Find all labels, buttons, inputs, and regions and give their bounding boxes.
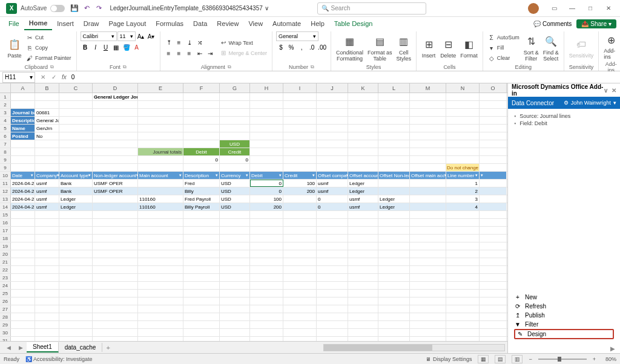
close-icon[interactable]: ✕ — [599, 0, 618, 17]
info-label[interactable]: Journal batch number — [11, 109, 35, 116]
delete-cells-button[interactable]: ⊟Delete — [439, 36, 457, 60]
increase-decimal-icon[interactable]: .0 — [307, 42, 317, 52]
add-sheet-icon[interactable]: + — [102, 343, 113, 353]
data-cell[interactable]: Ledger — [59, 195, 93, 203]
row-header-21[interactable]: 21 — [0, 258, 11, 265]
filter-drop-icon[interactable]: ▾ — [475, 173, 478, 178]
page-break-view-icon[interactable]: ▥ — [512, 355, 523, 363]
data-cell[interactable] — [480, 203, 507, 210]
align-center-icon[interactable]: ≡ — [174, 48, 184, 58]
ribbon-options-icon[interactable]: ▭ — [545, 0, 563, 17]
info-label[interactable]: Description — [11, 117, 35, 124]
tbl-header[interactable]: Credit▾ — [283, 172, 317, 179]
data-cell[interactable] — [480, 195, 507, 203]
comments-button[interactable]: 💬 Comments — [529, 21, 576, 27]
data-cell[interactable]: Bank — [59, 180, 93, 187]
data-cell[interactable] — [93, 203, 138, 210]
format-painter-button[interactable]: 🖌Format Painter — [25, 53, 73, 63]
gear-icon[interactable]: ⚙ — [564, 100, 569, 106]
tbl-header[interactable]: Offset main acc▾ — [410, 172, 446, 179]
jt-debit[interactable]: 0 — [183, 156, 220, 163]
data-cell[interactable]: usmf — [35, 203, 59, 210]
tab-data[interactable]: Data — [188, 17, 212, 30]
data-cell[interactable]: 2024-04-25 — [11, 187, 35, 195]
usd-header[interactable]: USD — [220, 140, 250, 148]
tab-insert[interactable]: Insert — [52, 17, 79, 30]
align-left-icon[interactable]: ≡ — [164, 48, 174, 58]
data-cell[interactable]: 100 — [283, 180, 317, 187]
row-header-15[interactable]: 15 — [0, 211, 11, 218]
italic-button[interactable]: I — [91, 42, 101, 52]
zoom-in-button[interactable]: + — [593, 356, 596, 362]
undo-icon[interactable]: ↶ — [81, 2, 93, 15]
data-cell[interactable]: 3 — [446, 195, 480, 203]
row-header-7[interactable]: 7 — [0, 140, 11, 148]
wrap-text-button[interactable]: ↩Wrap Text — [219, 38, 269, 48]
data-cell[interactable]: 100 — [250, 195, 283, 203]
minimize-icon[interactable]: — — [563, 0, 581, 17]
maximize-icon[interactable]: □ — [581, 0, 599, 17]
find-select-button[interactable]: 🔍Find & Select — [542, 33, 560, 63]
row-header-29[interactable]: 29 — [0, 321, 11, 328]
horizontal-scrollbar[interactable] — [323, 344, 505, 351]
row-header-19[interactable]: 19 — [0, 242, 11, 250]
data-cell[interactable]: Billy Payroll — [183, 203, 220, 210]
row-header-31[interactable]: 31 — [0, 337, 11, 341]
font-dialog-icon[interactable]: ⧉ — [123, 64, 127, 70]
chevron-down-icon[interactable]: ▾ — [613, 100, 616, 106]
col-header-D[interactable]: D — [93, 83, 138, 93]
orientation-icon[interactable]: ⤭ — [195, 37, 205, 47]
col-header-H[interactable]: H — [250, 83, 283, 93]
tab-view[interactable]: View — [243, 17, 268, 30]
autosave-toggle[interactable] — [50, 5, 65, 12]
row-header-26[interactable]: 26 — [0, 297, 11, 305]
paste-button[interactable]: 📋Paste — [6, 36, 23, 60]
tbl-header[interactable]: Offset Non-ledge▾ — [378, 172, 410, 179]
insert-cells-button[interactable]: ⊞Insert — [420, 36, 437, 60]
percent-icon[interactable]: % — [286, 42, 296, 52]
action-refresh[interactable]: ⟳Refresh — [514, 302, 614, 311]
col-header-I[interactable]: I — [283, 83, 317, 93]
col-header-A[interactable]: A — [11, 83, 35, 93]
col-header-E[interactable]: E — [138, 83, 183, 93]
data-cell[interactable]: usmf — [317, 187, 348, 195]
tab-automate[interactable]: Automate — [268, 17, 306, 30]
clear-button[interactable]: ◇Clear — [487, 53, 521, 63]
tbl-header[interactable]: Non-ledger account▾ — [93, 172, 138, 179]
decrease-font-icon[interactable]: A▾ — [147, 31, 156, 41]
info-value[interactable]: GenJrn — [35, 125, 59, 132]
sensitivity-button[interactable]: 🏷Sensitivity — [568, 36, 595, 60]
align-top-icon[interactable]: ⤒ — [164, 37, 174, 47]
zoom-out-button[interactable]: − — [529, 356, 532, 362]
journal-totals-label[interactable]: Journal totals — [138, 148, 183, 155]
jt-credit[interactable]: 0 — [220, 156, 250, 163]
copy-button[interactable]: ⎘Copy — [25, 43, 73, 53]
data-cell[interactable]: 0 — [317, 195, 348, 203]
sheet-tab-data-cache[interactable]: data_cache — [59, 343, 103, 352]
row-header-17[interactable]: 17 — [0, 227, 11, 234]
row-header-24[interactable]: 24 — [0, 282, 11, 289]
row-header-6[interactable]: 6 — [0, 132, 11, 140]
spreadsheet-area[interactable]: ABCDEFGHIJKLMNO 1General Ledger Journal … — [0, 83, 507, 353]
alignment-dialog-icon[interactable]: ⧉ — [228, 64, 231, 70]
tbl-header[interactable]: Offset account t▾ — [348, 172, 378, 179]
row-header-18[interactable]: 18 — [0, 235, 11, 242]
row-header-10[interactable]: 10 — [0, 172, 11, 179]
data-cell[interactable]: usmf — [35, 195, 59, 203]
font-color-button[interactable]: A — [132, 42, 142, 52]
data-cell[interactable] — [283, 203, 317, 210]
info-value[interactable]: General Journal — [35, 117, 59, 124]
addins-button[interactable]: ⊕Add-ins — [602, 31, 619, 61]
data-cell[interactable]: USMF OPER — [93, 180, 138, 187]
number-format-select[interactable]: General▾ — [276, 31, 318, 41]
data-cell[interactable]: 2024-04-25 — [11, 203, 35, 210]
data-cell[interactable]: Fred Payroll — [183, 195, 220, 203]
tbl-header[interactable]: Main account▾ — [138, 172, 183, 179]
data-cell[interactable]: 110160 — [138, 203, 183, 210]
data-cell[interactable]: 2024-04-25 — [11, 195, 35, 203]
row-header-28[interactable]: 28 — [0, 313, 11, 320]
data-cell[interactable]: usmf — [348, 203, 378, 210]
filter-drop-icon[interactable]: ▾ — [279, 173, 282, 178]
user-avatar[interactable] — [528, 3, 539, 14]
row-header-9[interactable]: 9 — [0, 156, 11, 163]
